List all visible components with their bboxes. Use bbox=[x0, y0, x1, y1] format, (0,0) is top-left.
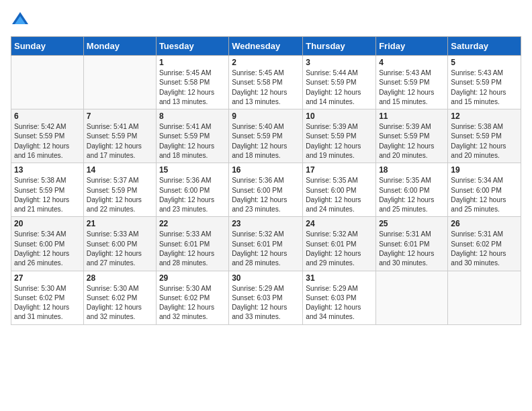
day-number: 24 bbox=[306, 219, 373, 228]
calendar-week-row: 20Sunrise: 5:34 AM Sunset: 6:00 PM Dayli… bbox=[11, 217, 521, 271]
day-info: Sunrise: 5:39 AM Sunset: 5:59 PM Dayligh… bbox=[379, 122, 445, 161]
calendar-cell: 12Sunrise: 5:38 AM Sunset: 5:59 PM Dayli… bbox=[448, 109, 521, 163]
day-info: Sunrise: 5:38 AM Sunset: 5:59 PM Dayligh… bbox=[14, 176, 81, 214]
day-info: Sunrise: 5:31 AM Sunset: 6:01 PM Dayligh… bbox=[379, 230, 445, 268]
day-info: Sunrise: 5:33 AM Sunset: 6:00 PM Dayligh… bbox=[87, 230, 153, 268]
calendar-cell: 29Sunrise: 5:30 AM Sunset: 6:02 PM Dayli… bbox=[156, 271, 228, 324]
calendar-cell: 8Sunrise: 5:41 AM Sunset: 5:59 PM Daylig… bbox=[156, 109, 228, 163]
day-number: 15 bbox=[159, 165, 226, 175]
calendar-week-row: 1Sunrise: 5:45 AM Sunset: 5:58 PM Daylig… bbox=[11, 56, 521, 109]
day-number: 31 bbox=[306, 273, 373, 283]
day-info: Sunrise: 5:35 AM Sunset: 6:00 PM Dayligh… bbox=[306, 176, 373, 214]
calendar-cell: 16Sunrise: 5:36 AM Sunset: 6:00 PM Dayli… bbox=[229, 163, 303, 217]
calendar-cell: 25Sunrise: 5:31 AM Sunset: 6:01 PM Dayli… bbox=[376, 217, 448, 271]
calendar-cell: 31Sunrise: 5:29 AM Sunset: 6:03 PM Dayli… bbox=[303, 271, 376, 324]
calendar-cell: 28Sunrise: 5:30 AM Sunset: 6:02 PM Dayli… bbox=[83, 271, 156, 324]
day-info: Sunrise: 5:29 AM Sunset: 6:03 PM Dayligh… bbox=[232, 284, 300, 322]
day-info: Sunrise: 5:33 AM Sunset: 6:01 PM Dayligh… bbox=[159, 230, 226, 268]
day-number: 7 bbox=[87, 111, 153, 121]
calendar-cell bbox=[11, 56, 84, 109]
day-number: 18 bbox=[379, 165, 445, 175]
calendar-cell: 9Sunrise: 5:40 AM Sunset: 5:59 PM Daylig… bbox=[229, 109, 303, 163]
day-info: Sunrise: 5:45 AM Sunset: 5:58 PM Dayligh… bbox=[232, 68, 300, 107]
calendar-cell: 27Sunrise: 5:30 AM Sunset: 6:02 PM Dayli… bbox=[11, 271, 84, 324]
calendar-cell: 22Sunrise: 5:33 AM Sunset: 6:01 PM Dayli… bbox=[156, 217, 228, 271]
day-number: 23 bbox=[232, 219, 300, 228]
day-number: 5 bbox=[451, 58, 518, 67]
day-info: Sunrise: 5:42 AM Sunset: 5:59 PM Dayligh… bbox=[14, 122, 81, 161]
page-header bbox=[11, 11, 521, 30]
day-number: 6 bbox=[14, 111, 81, 121]
day-info: Sunrise: 5:30 AM Sunset: 6:02 PM Dayligh… bbox=[159, 284, 226, 322]
day-info: Sunrise: 5:32 AM Sunset: 6:01 PM Dayligh… bbox=[306, 230, 373, 268]
day-number: 12 bbox=[451, 111, 518, 121]
calendar-cell: 20Sunrise: 5:34 AM Sunset: 6:00 PM Dayli… bbox=[11, 217, 84, 271]
logo-icon bbox=[11, 11, 30, 30]
day-info: Sunrise: 5:45 AM Sunset: 5:58 PM Dayligh… bbox=[159, 68, 226, 107]
day-info: Sunrise: 5:34 AM Sunset: 6:00 PM Dayligh… bbox=[451, 176, 518, 214]
header-friday: Friday bbox=[376, 37, 448, 56]
header-monday: Monday bbox=[83, 37, 156, 56]
calendar-cell: 6Sunrise: 5:42 AM Sunset: 5:59 PM Daylig… bbox=[11, 109, 84, 163]
day-info: Sunrise: 5:29 AM Sunset: 6:03 PM Dayligh… bbox=[306, 284, 373, 322]
day-number: 2 bbox=[232, 58, 300, 67]
day-number: 29 bbox=[159, 273, 226, 283]
day-info: Sunrise: 5:34 AM Sunset: 6:00 PM Dayligh… bbox=[14, 230, 81, 268]
day-info: Sunrise: 5:43 AM Sunset: 5:59 PM Dayligh… bbox=[451, 68, 518, 107]
day-number: 19 bbox=[451, 165, 518, 175]
calendar-cell: 21Sunrise: 5:33 AM Sunset: 6:00 PM Dayli… bbox=[83, 217, 156, 271]
day-info: Sunrise: 5:37 AM Sunset: 5:59 PM Dayligh… bbox=[87, 176, 153, 214]
day-info: Sunrise: 5:35 AM Sunset: 6:00 PM Dayligh… bbox=[379, 176, 445, 214]
calendar-cell bbox=[448, 271, 521, 324]
calendar-cell: 30Sunrise: 5:29 AM Sunset: 6:03 PM Dayli… bbox=[229, 271, 303, 324]
calendar-week-row: 6Sunrise: 5:42 AM Sunset: 5:59 PM Daylig… bbox=[11, 109, 521, 163]
day-number: 16 bbox=[232, 165, 300, 175]
day-info: Sunrise: 5:41 AM Sunset: 5:59 PM Dayligh… bbox=[159, 122, 226, 161]
header-sunday: Sunday bbox=[11, 37, 84, 56]
day-info: Sunrise: 5:38 AM Sunset: 5:59 PM Dayligh… bbox=[451, 122, 518, 161]
day-info: Sunrise: 5:36 AM Sunset: 6:00 PM Dayligh… bbox=[159, 176, 226, 214]
day-number: 13 bbox=[14, 165, 81, 175]
day-info: Sunrise: 5:32 AM Sunset: 6:01 PM Dayligh… bbox=[232, 230, 300, 268]
calendar-cell: 7Sunrise: 5:41 AM Sunset: 5:59 PM Daylig… bbox=[83, 109, 156, 163]
day-number: 17 bbox=[306, 165, 373, 175]
calendar-cell: 10Sunrise: 5:39 AM Sunset: 5:59 PM Dayli… bbox=[303, 109, 376, 163]
header-saturday: Saturday bbox=[448, 37, 521, 56]
calendar-cell: 18Sunrise: 5:35 AM Sunset: 6:00 PM Dayli… bbox=[376, 163, 448, 217]
day-number: 20 bbox=[14, 219, 81, 228]
calendar-cell bbox=[376, 271, 448, 324]
calendar-cell: 13Sunrise: 5:38 AM Sunset: 5:59 PM Dayli… bbox=[11, 163, 84, 217]
calendar-cell: 26Sunrise: 5:31 AM Sunset: 6:02 PM Dayli… bbox=[448, 217, 521, 271]
calendar-cell: 14Sunrise: 5:37 AM Sunset: 5:59 PM Dayli… bbox=[83, 163, 156, 217]
day-number: 21 bbox=[87, 219, 153, 228]
calendar-cell: 17Sunrise: 5:35 AM Sunset: 6:00 PM Dayli… bbox=[303, 163, 376, 217]
calendar-cell: 3Sunrise: 5:44 AM Sunset: 5:59 PM Daylig… bbox=[303, 56, 376, 109]
day-number: 10 bbox=[306, 111, 373, 121]
day-info: Sunrise: 5:44 AM Sunset: 5:59 PM Dayligh… bbox=[306, 68, 373, 107]
calendar-cell: 24Sunrise: 5:32 AM Sunset: 6:01 PM Dayli… bbox=[303, 217, 376, 271]
day-number: 28 bbox=[87, 273, 153, 283]
day-number: 14 bbox=[87, 165, 153, 175]
day-info: Sunrise: 5:30 AM Sunset: 6:02 PM Dayligh… bbox=[14, 284, 81, 322]
day-info: Sunrise: 5:43 AM Sunset: 5:59 PM Dayligh… bbox=[379, 68, 445, 107]
calendar-cell: 4Sunrise: 5:43 AM Sunset: 5:59 PM Daylig… bbox=[376, 56, 448, 109]
calendar-cell: 23Sunrise: 5:32 AM Sunset: 6:01 PM Dayli… bbox=[229, 217, 303, 271]
day-number: 25 bbox=[379, 219, 445, 228]
header-wednesday: Wednesday bbox=[229, 37, 303, 56]
calendar-week-row: 27Sunrise: 5:30 AM Sunset: 6:02 PM Dayli… bbox=[11, 271, 521, 324]
day-info: Sunrise: 5:41 AM Sunset: 5:59 PM Dayligh… bbox=[87, 122, 153, 161]
day-number: 1 bbox=[159, 58, 226, 67]
calendar-week-row: 13Sunrise: 5:38 AM Sunset: 5:59 PM Dayli… bbox=[11, 163, 521, 217]
calendar-header-row: SundayMondayTuesdayWednesdayThursdayFrid… bbox=[11, 37, 521, 56]
day-number: 27 bbox=[14, 273, 81, 283]
header-thursday: Thursday bbox=[303, 37, 376, 56]
calendar-cell: 5Sunrise: 5:43 AM Sunset: 5:59 PM Daylig… bbox=[448, 56, 521, 109]
calendar-table: SundayMondayTuesdayWednesdayThursdayFrid… bbox=[11, 36, 521, 325]
calendar-cell: 15Sunrise: 5:36 AM Sunset: 6:00 PM Dayli… bbox=[156, 163, 228, 217]
logo bbox=[11, 11, 32, 30]
day-number: 8 bbox=[159, 111, 226, 121]
day-number: 9 bbox=[232, 111, 300, 121]
day-info: Sunrise: 5:40 AM Sunset: 5:59 PM Dayligh… bbox=[232, 122, 300, 161]
day-number: 11 bbox=[379, 111, 445, 121]
day-info: Sunrise: 5:36 AM Sunset: 6:00 PM Dayligh… bbox=[232, 176, 300, 214]
